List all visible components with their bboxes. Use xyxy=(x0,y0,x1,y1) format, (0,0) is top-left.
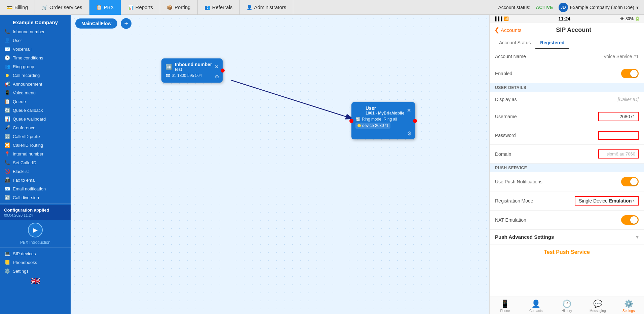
email-icon: 📧 xyxy=(4,186,10,191)
use-push-slider xyxy=(621,177,639,186)
sidebar-item-voice-menu[interactable]: 📱 Voice menu xyxy=(0,88,71,97)
sidebar-item-time-conditions[interactable]: 🕐 Time conditions xyxy=(0,53,71,62)
domain-value[interactable]: sipm6.au:7060 xyxy=(598,149,639,159)
test-push-row[interactable]: Test Push Service xyxy=(490,244,644,260)
domain-label: Domain xyxy=(495,151,511,157)
nav-settings[interactable]: ⚙️ Settings xyxy=(613,297,644,314)
nat-emulation-row: NAT Emulation xyxy=(490,211,644,230)
voice-menu-icon: 📱 xyxy=(4,90,10,95)
node-inbound-close[interactable]: ✕ xyxy=(215,64,219,70)
maincallflow-button[interactable]: MainCallFlow xyxy=(75,18,117,29)
sidebar-item-callerid-prefix[interactable]: 🔢 CallerID prefix xyxy=(0,132,71,141)
add-node-button[interactable]: + xyxy=(121,18,131,29)
nat-slider xyxy=(621,215,639,225)
push-service-header: PUSH SERVICE xyxy=(490,164,644,172)
inbound-number-icon: 📞 xyxy=(4,29,10,34)
back-chevron-icon: ❮ xyxy=(494,26,499,34)
sidebar-item-call-diversion[interactable]: ↩️ Call diversion xyxy=(0,193,71,202)
nav-right: Account status: ACTIVE JD Example Compan… xyxy=(498,3,644,12)
sidebar-item-settings[interactable]: ⚙️ Settings xyxy=(0,267,71,275)
tab-pbx[interactable]: 📋 PBX xyxy=(89,0,121,15)
push-advanced-row[interactable]: Push Advanced Settings ▾ xyxy=(490,230,644,244)
phonebooks-icon: 📒 xyxy=(4,260,10,265)
node-inbound[interactable]: ➡️ Inbound number test ✕ ☎ 61 1800 595 5… xyxy=(161,58,223,83)
nav-contacts[interactable]: 👤 Contacts xyxy=(521,297,552,314)
sidebar-divider-2 xyxy=(0,248,71,248)
push-advanced-chevron: ▾ xyxy=(636,234,639,240)
announcement-icon: 📢 xyxy=(4,81,10,87)
nav-phone[interactable]: 📱 Phone xyxy=(490,297,521,314)
registration-mode-value[interactable]: Single Device Emulation › xyxy=(575,196,639,206)
messaging-nav-icon: 💬 xyxy=(593,300,602,308)
settings-icon: ⚙️ xyxy=(4,268,10,274)
tab-administrators[interactable]: 👤 Administrators xyxy=(240,0,294,15)
sidebar-item-announcement[interactable]: 📢 Announcement xyxy=(0,80,71,88)
test-push-button[interactable]: Test Push Service xyxy=(544,249,590,255)
node-user[interactable]: 👤 User 1001 - MyBriaMobile ✕ 🔃 Ring mode… xyxy=(351,102,415,139)
sidebar-item-queue-wallboard[interactable]: 📊 Queue wallboard xyxy=(0,115,71,123)
password-row: Password xyxy=(490,126,644,145)
sidebar-item-phonebooks[interactable]: 📒 Phonebooks xyxy=(0,258,71,267)
top-nav: 💳 Billing 🛒 Order services 📋 PBX 📊 Repor… xyxy=(0,0,644,15)
node-ring-mode: 🔃 Ring mode: Ring all xyxy=(355,117,411,122)
sidebar-item-callerid-routing[interactable]: 🔀 CallerID routing xyxy=(0,141,71,149)
back-button[interactable]: ❮ Accounts xyxy=(494,26,522,34)
phone-title: SIP Account xyxy=(556,27,605,34)
sidebar-item-voicemail[interactable]: ✉️ Voicemail xyxy=(0,45,71,53)
battery-icons: 👁 80% 🔋 xyxy=(620,16,640,21)
node-inbound-right-dot xyxy=(221,69,225,73)
node-inbound-gear[interactable]: ⚙ xyxy=(215,74,219,80)
tab-registered[interactable]: Registered xyxy=(535,37,569,49)
sidebar-item-set-callerid[interactable]: 📞 Set CallerID xyxy=(0,158,71,167)
reg-mode-text: Single Device Emulation › xyxy=(579,198,635,204)
signal-icon: ▐▐▐ xyxy=(494,16,502,21)
nat-emulation-label: NAT Emulation xyxy=(495,217,526,223)
tab-billing[interactable]: 💳 Billing xyxy=(0,0,35,15)
sidebar-item-queue[interactable]: 📋 Queue xyxy=(0,97,71,106)
username-value[interactable]: 268071 xyxy=(598,112,639,121)
queue-callback-icon: 🔄 xyxy=(4,107,10,113)
billing-icon: 💳 xyxy=(7,5,12,10)
display-as-value: [Caller ID] xyxy=(618,97,639,102)
enabled-row: Enabled xyxy=(490,64,644,83)
sidebar-item-queue-callback[interactable]: 🔄 Queue callback xyxy=(0,106,71,115)
enabled-toggle[interactable] xyxy=(621,69,639,78)
sidebar-item-blacklist[interactable]: 🚫 Blacklist xyxy=(0,167,71,176)
sidebar-divider xyxy=(0,203,71,204)
sidebar-item-ring-group[interactable]: 👥 Ring group xyxy=(0,62,71,71)
nav-history[interactable]: 🕐 History xyxy=(552,297,582,314)
callerid-routing-icon: 🔀 xyxy=(4,142,10,148)
domain-row: Domain sipm6.au:7060 xyxy=(490,145,644,164)
user-info[interactable]: JD Example Company (John Doe) ▾ xyxy=(559,3,639,12)
tab-reports[interactable]: 📊 Reports xyxy=(121,0,160,15)
tab-order-services[interactable]: 🛒 Order services xyxy=(35,0,89,15)
use-push-toggle[interactable] xyxy=(621,177,639,186)
phone-nav-icon: 📱 xyxy=(500,300,509,308)
sidebar-item-email-notification[interactable]: 📧 Email notification xyxy=(0,184,71,193)
tab-account-status[interactable]: Account Status xyxy=(494,37,535,49)
nav-messaging[interactable]: 💬 Messaging xyxy=(582,297,613,314)
nat-emulation-toggle[interactable] xyxy=(621,215,639,225)
sidebar-item-internal-number[interactable]: 📍 Internal number xyxy=(0,149,71,158)
password-value[interactable] xyxy=(598,131,639,140)
queue-icon: 📋 xyxy=(4,99,10,104)
sidebar-item-inbound-number[interactable]: 📞 Inbound number xyxy=(0,27,71,36)
play-button[interactable]: ▶ xyxy=(28,223,43,237)
use-push-label: Use Push Notifications xyxy=(495,179,542,184)
sidebar-item-fax-to-email[interactable]: 📠 Fax to email xyxy=(0,176,71,184)
sidebar-item-user[interactable]: 👤 User xyxy=(0,36,71,45)
flag-icon: 🇬🇧 xyxy=(0,277,71,285)
node-user-title: User xyxy=(366,105,404,111)
sidebar-item-conference[interactable]: 🎤 Conference xyxy=(0,123,71,132)
node-user-gear[interactable]: ⚙ xyxy=(407,130,412,137)
tab-referrals[interactable]: 👥 Referrals xyxy=(198,0,240,15)
call-diversion-icon: ↩️ xyxy=(4,195,10,200)
order-icon: 🛒 xyxy=(42,5,47,10)
tab-porting[interactable]: 📦 Porting xyxy=(160,0,198,15)
account-name-label: Account Name xyxy=(495,54,526,59)
sidebar-item-sip-devices[interactable]: 💻 SIP devices xyxy=(0,249,71,258)
node-inbound-subtitle: test xyxy=(175,67,212,72)
node-user-close[interactable]: ✕ xyxy=(407,108,411,113)
use-push-row: Use Push Notifications xyxy=(490,172,644,191)
sidebar-item-call-recording[interactable]: ⏺ Call recording xyxy=(0,71,71,80)
